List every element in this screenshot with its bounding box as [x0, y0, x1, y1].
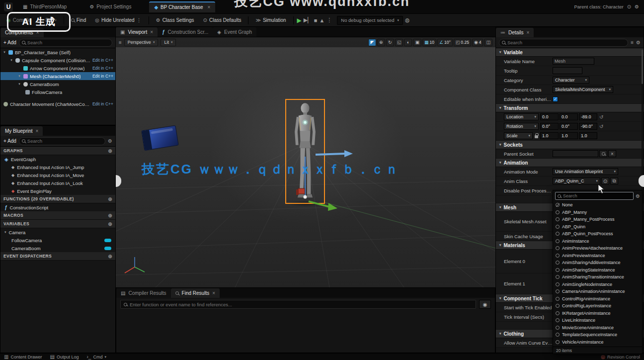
- my-blueprint-search[interactable]: [19, 137, 105, 145]
- details-search[interactable]: [499, 39, 628, 47]
- dropdown-item[interactable]: MovieSceneAnimInstance: [553, 324, 642, 332]
- rotation-y-field[interactable]: 0.0°: [560, 123, 578, 130]
- camera-speed-button[interactable]: ◉ 4: [472, 39, 483, 46]
- graphs-header[interactable]: GRAPHS ⊕: [0, 147, 115, 155]
- add-blueprint-item-button[interactable]: + Add: [3, 138, 16, 144]
- tooltip-input[interactable]: [553, 67, 582, 74]
- character-selection-outline[interactable]: [285, 99, 325, 204]
- dropdown-item[interactable]: AnimPreviewAttacheeInstance: [553, 245, 642, 252]
- component-row-capsule[interactable]: ▾ Capsule Component (CollisionCylinder) …: [0, 56, 115, 64]
- category-combo[interactable]: Character▾: [553, 77, 589, 84]
- tab-construction-script[interactable]: ƒ Construction Scr...: [158, 27, 213, 37]
- event-dispatchers-header[interactable]: EVENT DISPATCHERS ⊕: [0, 252, 115, 261]
- variable-type-pill[interactable]: [104, 247, 111, 250]
- component-row-mesh[interactable]: ▾ Mesh (CharacterMesh0) Edit in C++: [0, 72, 115, 80]
- event-beginplay[interactable]: ◆ Event BeginPlay: [0, 187, 115, 195]
- dropdown-item[interactable]: AnimInstance: [553, 238, 642, 245]
- location-x-field[interactable]: 0.0: [540, 113, 559, 120]
- find-results-search-input[interactable]: [130, 302, 473, 307]
- rotation-x-field[interactable]: 0.0°: [540, 123, 559, 130]
- dropdown-item[interactable]: AnimSingleNodeInstance: [553, 281, 642, 288]
- camera-actor[interactable]: [141, 125, 179, 151]
- tab-event-graph[interactable]: ◈ Event Graph: [213, 27, 256, 37]
- scale-space-combo[interactable]: Scale▾: [504, 132, 533, 139]
- component-row-followcamera[interactable]: FollowCamera: [0, 88, 115, 96]
- dropdown-item[interactable]: ControlRigAnimInstance: [553, 295, 642, 303]
- filter-gear-icon[interactable]: ⚙: [108, 138, 112, 144]
- variable-cameraboom[interactable]: CameraBoom: [0, 244, 115, 252]
- dropdown-search[interactable]: [555, 192, 634, 200]
- dropdown-search-input[interactable]: [563, 193, 631, 198]
- dropdown-item[interactable]: AnimSharingStateInstance: [553, 267, 642, 274]
- lit-mode-dropdown[interactable]: Lit ▾: [161, 39, 176, 46]
- edit-cpp-link[interactable]: Edit in C++: [92, 101, 113, 106]
- add-macro-icon[interactable]: ⊕: [108, 213, 112, 218]
- component-row-cameraboom[interactable]: ▾ CameraBoom: [0, 80, 115, 88]
- close-icon[interactable]: ×: [527, 30, 530, 35]
- dropdown-item[interactable]: AnimPreviewInstance: [553, 252, 642, 260]
- rotation-snap-toggle[interactable]: ∠ 10°: [437, 39, 453, 46]
- class-defaults-button[interactable]: ⊙ Class Defaults: [200, 15, 245, 25]
- caret-icon[interactable]: ▾: [17, 74, 21, 78]
- scale-snap-toggle[interactable]: ◰ 0.25: [454, 39, 471, 46]
- dropdown-item[interactable]: ABP_Manny_PostProcess: [553, 216, 642, 223]
- simulation-button[interactable]: ≫ Simulation: [252, 15, 289, 25]
- event-ia-jump[interactable]: ◆ Enhanced Input Action IA_Jump: [0, 163, 115, 171]
- variable-type-pill[interactable]: [104, 239, 111, 242]
- override-icon[interactable]: ⊕: [108, 196, 112, 202]
- scale-tool[interactable]: ◱: [395, 39, 403, 46]
- browse-icon[interactable]: ⊙: [627, 4, 631, 9]
- close-icon[interactable]: ×: [150, 29, 153, 35]
- event-ia-move[interactable]: ◆ Enhanced Input Action IA_Move: [0, 171, 115, 179]
- tab-bp-character-base[interactable]: ◆ BP Character Base ×: [149, 1, 215, 12]
- scale-lock-icon[interactable]: [535, 135, 538, 138]
- stop-button[interactable]: ■: [314, 17, 318, 23]
- location-y-field[interactable]: 0.0: [560, 113, 578, 120]
- dropdown-item[interactable]: AnimSharingAdditiveInstance: [553, 259, 642, 267]
- section-variable[interactable]: ▾ Variable: [496, 48, 644, 57]
- select-tool[interactable]: ◤: [368, 39, 376, 46]
- rotation-z-field[interactable]: -90.0°: [579, 123, 597, 130]
- location-space-combo[interactable]: Location▾: [504, 113, 539, 120]
- components-search-input[interactable]: [27, 40, 109, 45]
- tab-viewport[interactable]: ▣ Viewport ×: [116, 27, 158, 37]
- animation-mode-combo[interactable]: Use Animation Blueprint▾: [553, 168, 618, 175]
- close-icon[interactable]: ×: [36, 128, 39, 134]
- socket-clear-button[interactable]: ×: [608, 150, 616, 157]
- add-component-button[interactable]: + Add: [3, 40, 16, 45]
- event-ia-look[interactable]: ◆ Enhanced Input Action IA_Look: [0, 179, 115, 187]
- dropdown-item[interactable]: AnimSharingTransitionInstance: [553, 273, 642, 281]
- macros-header[interactable]: MACROS ⊕: [0, 211, 115, 220]
- find-results-search[interactable]: [120, 300, 476, 309]
- 3d-viewport[interactable]: ≡ Perspective ▾ Lit ▾ ◤ ⊕ ↻ ◱ ◐ ▣ ▦ 10 ∠…: [116, 37, 495, 287]
- socket-search-button[interactable]: [599, 150, 607, 157]
- tab-details[interactable]: ≔ Details ×: [496, 28, 534, 37]
- dropdown-item[interactable]: IKRetargetAnimInstance: [553, 310, 642, 317]
- tab-level-map[interactable]: ▦ ThirdPersonMap: [18, 1, 72, 12]
- rotation-space-combo[interactable]: Rotation▾: [504, 123, 539, 130]
- surface-snap-toggle[interactable]: ▣: [413, 39, 421, 46]
- display-filter-icon[interactable]: ≡: [631, 40, 634, 45]
- cmd-console-input[interactable]: ›_ Cmd ▾: [86, 354, 106, 360]
- tab-find-results[interactable]: Find Results ×: [171, 288, 220, 298]
- tab-compiler-results[interactable]: ▤ Compiler Results: [116, 288, 171, 298]
- dropdown-item[interactable]: ABP_Quinn_PostProcess: [553, 230, 642, 238]
- browse-to-asset-icon[interactable]: ⊙: [601, 178, 609, 184]
- tab-my-blueprint[interactable]: My Blueprint ×: [0, 126, 43, 136]
- tab-project-settings[interactable]: ⚙ Project Settings: [84, 1, 136, 12]
- details-search-input[interactable]: [507, 40, 625, 45]
- dropdown-item[interactable]: ABP_Quinn: [553, 223, 642, 231]
- revision-control-button[interactable]: ◎ Revision Control: [601, 354, 640, 360]
- settings-gear-icon[interactable]: ⚙: [636, 40, 641, 45]
- hide-unrelated-button[interactable]: ◎ Hide Unrelated ⋮: [91, 15, 145, 25]
- dropdown-item[interactable]: None: [553, 201, 642, 209]
- kebab-menu-icon[interactable]: ⋮: [137, 17, 142, 23]
- function-constructionscript[interactable]: ƒ ConstructionScript: [0, 203, 115, 211]
- component-class-combo[interactable]: SkeletalMeshComponent▾: [553, 86, 613, 93]
- close-icon[interactable]: ×: [212, 290, 215, 296]
- coordinate-space-toggle[interactable]: ◐: [404, 39, 412, 46]
- dropdown-item[interactable]: ABP_Manny: [553, 209, 642, 216]
- caret-icon[interactable]: ▾: [17, 82, 21, 86]
- dropdown-item[interactable]: LiveLinkInstance: [553, 317, 642, 324]
- move-tool[interactable]: ⊕: [377, 39, 385, 46]
